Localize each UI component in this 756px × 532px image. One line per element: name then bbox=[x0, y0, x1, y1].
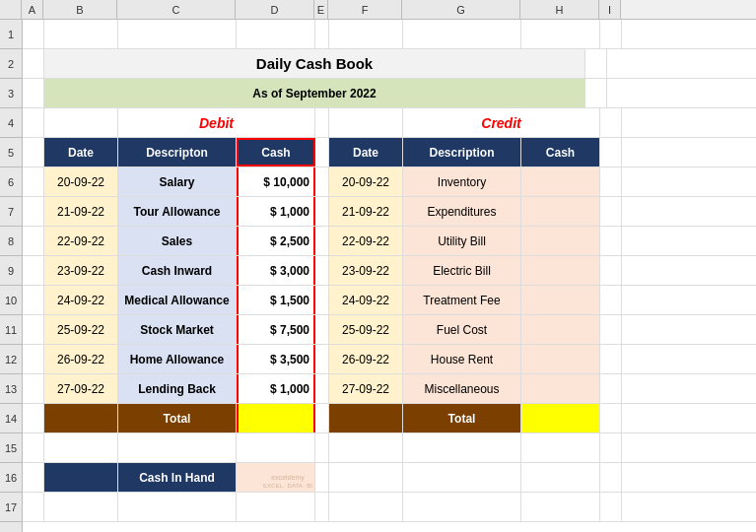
credit-desc-9[interactable]: Electric Bill bbox=[403, 256, 521, 285]
cell-a16 bbox=[23, 463, 44, 492]
col-header-c: C bbox=[117, 0, 236, 19]
debit-desc-8[interactable]: Sales bbox=[118, 227, 237, 255]
credit-cash-6[interactable] bbox=[521, 167, 600, 196]
debit-date-13[interactable]: 27-09-22 bbox=[44, 374, 118, 403]
col-header-d: D bbox=[236, 0, 314, 19]
debit-date-10[interactable]: 24-09-22 bbox=[44, 286, 118, 314]
credit-desc-12[interactable]: House Rent bbox=[403, 345, 521, 373]
debit-desc-10-text: Medical Allowance bbox=[124, 294, 229, 307]
credit-cash-9[interactable] bbox=[521, 256, 600, 285]
grid-row-8: 22-09-22 Sales $ 2,500 22-09-22 Utility … bbox=[23, 227, 756, 256]
cell-f1 bbox=[329, 20, 403, 48]
debit-total-label: Total bbox=[118, 404, 237, 432]
cell-h17 bbox=[521, 493, 600, 521]
debit-date-6[interactable]: 20-09-22 bbox=[44, 167, 118, 196]
credit-total-value[interactable] bbox=[521, 404, 600, 432]
credit-cash-header-text: Cash bbox=[546, 146, 575, 160]
credit-cash-10[interactable] bbox=[521, 286, 600, 314]
credit-desc-9-text: Electric Bill bbox=[433, 264, 491, 278]
credit-desc-10[interactable]: Treatment Fee bbox=[403, 286, 521, 314]
subtitle-text: As of September 2022 bbox=[252, 87, 376, 100]
credit-date-9[interactable]: 23-09-22 bbox=[329, 256, 403, 285]
credit-date-7[interactable]: 21-09-22 bbox=[329, 197, 403, 226]
debit-desc-13[interactable]: Lending Back bbox=[118, 374, 237, 403]
grid: Daily Cash Book As of September 2022 Deb… bbox=[23, 20, 756, 532]
credit-desc-11[interactable]: Fuel Cost bbox=[403, 315, 521, 344]
credit-date-6-text: 20-09-22 bbox=[342, 175, 389, 189]
row-13: 13 bbox=[0, 374, 22, 404]
cell-e9 bbox=[315, 256, 329, 285]
debit-desc-7[interactable]: Tour Allowance bbox=[118, 197, 237, 226]
credit-desc-13[interactable]: Miscellaneous bbox=[403, 374, 521, 403]
debit-date-8[interactable]: 22-09-22 bbox=[44, 227, 118, 255]
row-6: 6 bbox=[0, 167, 22, 197]
debit-cash-8[interactable]: $ 2,500 bbox=[237, 227, 315, 255]
debit-date-12[interactable]: 26-09-22 bbox=[44, 345, 118, 373]
debit-label-text: Debit bbox=[199, 115, 234, 131]
cell-i16 bbox=[600, 463, 622, 492]
debit-desc-11[interactable]: Stock Market bbox=[118, 315, 237, 344]
cell-subtitle: As of September 2022 bbox=[44, 79, 585, 107]
cell-title: Daily Cash Book bbox=[44, 49, 585, 78]
debit-date-7[interactable]: 21-09-22 bbox=[44, 197, 118, 226]
credit-date-8[interactable]: 22-09-22 bbox=[329, 227, 403, 255]
cell-g15 bbox=[403, 433, 521, 462]
cell-a5 bbox=[23, 138, 44, 166]
col-header-a: A bbox=[22, 0, 43, 19]
debit-desc-13-text: Lending Back bbox=[138, 382, 216, 396]
grid-row-2: Daily Cash Book bbox=[23, 49, 756, 79]
cell-a17 bbox=[23, 493, 44, 521]
credit-cash-7[interactable] bbox=[521, 197, 600, 226]
credit-cash-13[interactable] bbox=[521, 374, 600, 403]
cell-i8 bbox=[600, 227, 622, 255]
credit-cash-12[interactable] bbox=[521, 345, 600, 373]
grid-row-17 bbox=[23, 493, 756, 522]
cell-i3 bbox=[585, 79, 607, 107]
cell-e10 bbox=[315, 286, 329, 314]
debit-date-11[interactable]: 25-09-22 bbox=[44, 315, 118, 344]
cell-e4 bbox=[315, 108, 329, 137]
credit-date-10[interactable]: 24-09-22 bbox=[329, 286, 403, 314]
cell-i6 bbox=[600, 167, 622, 196]
debit-desc-9[interactable]: Cash Inward bbox=[118, 256, 237, 285]
debit-cash-6[interactable]: $ 10,000 bbox=[237, 167, 315, 196]
col-header-b: B bbox=[43, 0, 117, 19]
debit-total-value[interactable] bbox=[237, 404, 315, 432]
row-12: 12 bbox=[0, 345, 22, 374]
cash-in-hand-value[interactable]: exceldemy EXCEL · DATA · BI bbox=[237, 463, 315, 492]
cell-e13 bbox=[315, 374, 329, 403]
debit-cash-11[interactable]: $ 7,500 bbox=[237, 315, 315, 344]
cell-b16 bbox=[44, 463, 118, 492]
cash-in-hand-label[interactable]: Cash In Hand bbox=[118, 463, 237, 492]
cell-a4 bbox=[23, 108, 44, 137]
credit-date-11[interactable]: 25-09-22 bbox=[329, 315, 403, 344]
cell-debit-label: Debit bbox=[118, 108, 315, 137]
debit-cash-13[interactable]: $ 1,000 bbox=[237, 374, 315, 403]
credit-date-9-text: 23-09-22 bbox=[342, 264, 389, 278]
credit-date-12[interactable]: 26-09-22 bbox=[329, 345, 403, 373]
cell-e15 bbox=[315, 433, 329, 462]
credit-date-13[interactable]: 27-09-22 bbox=[329, 374, 403, 403]
col-header-h: H bbox=[520, 0, 599, 19]
debit-desc-6[interactable]: Salary bbox=[118, 167, 237, 196]
credit-desc-6[interactable]: Inventory bbox=[403, 167, 521, 196]
debit-cash-7[interactable]: $ 1,000 bbox=[237, 197, 315, 226]
debit-cash-12[interactable]: $ 3,500 bbox=[237, 345, 315, 373]
debit-cash-9[interactable]: $ 3,000 bbox=[237, 256, 315, 285]
debit-desc-10[interactable]: Medical Allowance bbox=[118, 286, 237, 314]
grid-row-13: 27-09-22 Lending Back $ 1,000 27-09-22 M… bbox=[23, 374, 756, 404]
credit-date-6[interactable]: 20-09-22 bbox=[329, 167, 403, 196]
debit-cash-10[interactable]: $ 1,500 bbox=[237, 286, 315, 314]
debit-cash-header: Cash bbox=[237, 138, 315, 166]
credit-desc-7[interactable]: Expenditures bbox=[403, 197, 521, 226]
debit-date-6-text: 20-09-22 bbox=[57, 175, 104, 189]
credit-desc-8[interactable]: Utility Bill bbox=[403, 227, 521, 255]
credit-cash-11[interactable] bbox=[521, 315, 600, 344]
cell-c15 bbox=[118, 433, 237, 462]
cell-a15 bbox=[23, 433, 44, 462]
debit-cash-11-text: $ 7,500 bbox=[270, 323, 309, 337]
debit-desc-12[interactable]: Home Allowance bbox=[118, 345, 237, 373]
cell-a9 bbox=[23, 256, 44, 285]
credit-cash-8[interactable] bbox=[521, 227, 600, 255]
debit-date-9[interactable]: 23-09-22 bbox=[44, 256, 118, 285]
